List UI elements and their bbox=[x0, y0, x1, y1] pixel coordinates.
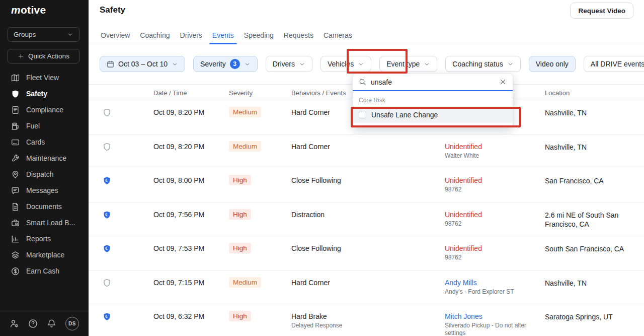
tab-events[interactable]: Events bbox=[211, 27, 235, 44]
event-row[interactable]: Oct 09, 7:15 PM Medium Hard Corner Andy … bbox=[89, 271, 644, 305]
event-location: Nashville, TN bbox=[545, 279, 638, 288]
event-type-dropdown-panel: Core Risk Unsafe Lane Change bbox=[352, 73, 513, 127]
user-avatar[interactable]: DS bbox=[65, 317, 79, 330]
event-location: Saratoga Springs, UT bbox=[545, 312, 638, 321]
tab-requests[interactable]: Requests bbox=[283, 27, 314, 44]
video-only-toggle[interactable]: Video only bbox=[529, 56, 576, 72]
event-location: Nashville, TN bbox=[545, 143, 638, 152]
chevron-down-icon bbox=[424, 61, 430, 68]
col-severity: Severity bbox=[229, 89, 253, 97]
groups-label: Groups bbox=[14, 31, 36, 38]
sidebar-item-messages[interactable]: Messages bbox=[0, 182, 89, 198]
col-location: Location bbox=[545, 89, 570, 97]
all-drive-events-toggle[interactable]: All DRIVE events bbox=[584, 56, 644, 72]
severity-badge: Medium bbox=[229, 141, 261, 152]
coaching-shield-icon bbox=[103, 312, 111, 321]
smart-load-icon bbox=[11, 219, 20, 227]
compliance-icon bbox=[11, 106, 20, 114]
event-row[interactable]: Oct 09, 7:56 PM High Distraction Unident… bbox=[89, 203, 644, 237]
safety-events-page: motive Groups Quick Actions Fleet View S… bbox=[0, 0, 644, 336]
sidebar-item-marketplace[interactable]: Marketplace bbox=[0, 247, 89, 263]
quick-actions-button[interactable]: Quick Actions bbox=[8, 49, 79, 63]
search-icon bbox=[359, 78, 366, 86]
calendar-icon bbox=[107, 60, 114, 68]
sidebar-item-fleet-view[interactable]: Fleet View bbox=[0, 70, 89, 86]
event-row[interactable]: Oct 09, 6:32 PM High Hard Brake Delayed … bbox=[89, 304, 644, 336]
sidebar-footer: DS bbox=[0, 311, 89, 336]
option-checkbox[interactable] bbox=[359, 111, 366, 118]
sidebar-item-dispatch[interactable]: Dispatch bbox=[0, 166, 89, 182]
sidebar-item-safety[interactable]: Safety bbox=[0, 86, 89, 102]
shield-outline-icon bbox=[103, 279, 111, 287]
filter-count-badge: 3 bbox=[230, 59, 240, 69]
event-behavior: Hard Corner bbox=[291, 108, 330, 116]
sidebar-item-documents[interactable]: Documents bbox=[0, 198, 89, 215]
sidebar-item-cards[interactable]: Cards bbox=[0, 134, 89, 150]
safety-icon bbox=[11, 90, 20, 98]
chevron-down-icon bbox=[358, 61, 364, 68]
sidebar-item-fuel[interactable]: Fuel bbox=[0, 118, 89, 134]
event-location: San Francisco, CA bbox=[545, 176, 638, 185]
event-type-filter[interactable]: Event type bbox=[379, 56, 437, 72]
help-icon[interactable] bbox=[28, 319, 38, 328]
filter-bar: Oct 03 – Oct 10 Severity 3 Drivers Vehic… bbox=[100, 56, 644, 72]
tab-speeding[interactable]: Speeding bbox=[243, 27, 275, 44]
safety-tabs: OverviewCoachingDriversEventsSpeedingReq… bbox=[89, 27, 644, 44]
severity-badge: High bbox=[229, 243, 251, 253]
coaching-shield-icon bbox=[103, 176, 111, 185]
event-date-time: Oct 09, 7:53 PM bbox=[153, 244, 204, 252]
col-behaviors-events: Behaviors / Events bbox=[291, 89, 346, 97]
chevron-down-icon bbox=[299, 61, 305, 68]
chevron-down-icon bbox=[244, 61, 251, 68]
event-date-time: Oct 09, 8:20 PM bbox=[153, 143, 204, 151]
motive-logo: motive bbox=[11, 4, 46, 16]
coaching-status-filter[interactable]: Coaching status bbox=[445, 56, 520, 72]
severity-badge: High bbox=[229, 209, 251, 220]
quick-actions-label: Quick Actions bbox=[28, 52, 69, 60]
sidebar-item-earn-cash[interactable]: Earn Cash bbox=[0, 263, 89, 279]
col-date-time: Date / Time bbox=[153, 89, 187, 97]
driver-name: Unidentified bbox=[445, 176, 545, 184]
vehicles-filter[interactable]: Vehicles bbox=[320, 56, 371, 72]
sidebar-item-smart-load-b[interactable]: Smart Load B... bbox=[0, 215, 89, 231]
severity-filter[interactable]: Severity 3 bbox=[193, 56, 258, 72]
driver-name[interactable]: Mitch Jones bbox=[445, 312, 545, 320]
event-row[interactable]: Oct 09, 8:00 PM High Close Following Uni… bbox=[89, 168, 644, 203]
severity-badge: High bbox=[229, 175, 251, 185]
event-date-time: Oct 09, 8:20 PM bbox=[153, 108, 204, 116]
request-video-button[interactable]: Request Video bbox=[570, 3, 633, 19]
sidebar-item-maintenance[interactable]: Maintenance bbox=[0, 150, 89, 166]
earn-cash-icon bbox=[11, 267, 20, 276]
dropdown-option-unsafe-lane-change[interactable]: Unsafe Lane Change bbox=[353, 106, 513, 123]
shield-outline-icon bbox=[103, 143, 111, 151]
tab-drivers[interactable]: Drivers bbox=[179, 27, 203, 44]
admin-icon[interactable] bbox=[10, 319, 19, 328]
groups-dropdown[interactable]: Groups bbox=[8, 27, 79, 42]
dropdown-options: Unsafe Lane Change bbox=[353, 106, 513, 123]
driver-name[interactable]: Andy Mills bbox=[445, 279, 545, 287]
date-range-filter[interactable]: Oct 03 – Oct 10 bbox=[100, 56, 185, 72]
tab-cameras[interactable]: Cameras bbox=[323, 27, 353, 44]
event-type-search-input[interactable] bbox=[371, 78, 495, 86]
sidebar-item-compliance[interactable]: Compliance bbox=[0, 102, 89, 118]
event-row[interactable]: Oct 09, 7:53 PM High Close Following Uni… bbox=[89, 236, 644, 271]
chevron-down-icon bbox=[172, 61, 178, 68]
event-date-time: Oct 09, 6:32 PM bbox=[153, 312, 204, 320]
dropdown-section-label: Core Risk bbox=[353, 91, 513, 106]
event-date-time: Oct 09, 7:56 PM bbox=[153, 211, 204, 219]
tab-coaching[interactable]: Coaching bbox=[139, 27, 171, 44]
vehicle-name: Walter White bbox=[445, 152, 545, 160]
event-date-time: Oct 09, 8:00 PM bbox=[153, 176, 204, 184]
driver-name: Unidentified bbox=[445, 244, 545, 252]
severity-badge: High bbox=[229, 311, 251, 321]
driver-name: Unidentified bbox=[445, 143, 545, 151]
sidebar-item-reports[interactable]: Reports bbox=[0, 231, 89, 247]
tab-overview[interactable]: Overview bbox=[100, 27, 131, 44]
drivers-filter[interactable]: Drivers bbox=[266, 56, 312, 72]
notifications-bell-icon[interactable] bbox=[47, 319, 56, 328]
event-row[interactable]: Oct 09, 8:20 PM Medium Hard Corner Unide… bbox=[89, 135, 644, 169]
sidebar-nav: Fleet View Safety Compliance Fuel Cards … bbox=[0, 70, 89, 279]
coaching-shield-icon bbox=[103, 244, 111, 253]
fuel-icon bbox=[11, 122, 20, 130]
clear-search-icon[interactable] bbox=[499, 78, 507, 86]
